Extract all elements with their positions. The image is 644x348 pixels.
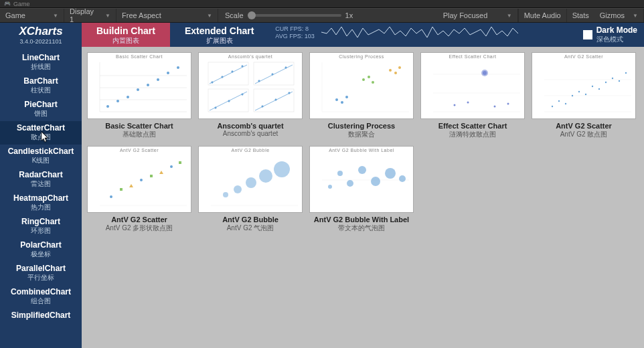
svg-point-67	[619, 80, 620, 82]
chart-card[interactable]: Effect Scatter Chart Effect Scatter Char…	[420, 52, 525, 139]
scale-value: 1x	[345, 11, 353, 19]
card-subtitle: Anscomb's quartet	[198, 130, 303, 137]
chart-card[interactable]: Clustering Process Clustering Process 数据…	[309, 52, 414, 139]
sidebar-item-candlestickchart[interactable]: CandlestickChart K线图	[0, 145, 82, 168]
aspect-dropdown[interactable]: Free Aspect ▼	[116, 9, 218, 22]
chart-card[interactable]: AntV G2 Bubble With Label AntV G2 Bubble…	[309, 146, 414, 233]
card-title: Effect Scatter Chart	[420, 122, 525, 130]
svg-point-11	[167, 72, 169, 74]
dark-mode-label-en: Dark Mode	[596, 25, 637, 35]
sidebar-item-heatmapchart[interactable]: HeatmapChart 热力图	[0, 191, 82, 215]
svg-point-58	[558, 100, 560, 102]
svg-rect-74	[150, 175, 153, 177]
chart-category-sidebar: LineChart 折线图 BarChart 柱状图 PieChart 饼图 S…	[0, 47, 82, 348]
chart-card[interactable]: Basic Scatter Chart Basic Scatter Chart …	[87, 52, 191, 139]
svg-point-5	[106, 105, 109, 108]
card-title: AntV G2 Bubble With Label	[309, 215, 414, 224]
scale-slider[interactable]	[248, 14, 341, 17]
card-subtitle: 基础散点图	[87, 130, 191, 139]
game-dropdown[interactable]: Game ▼	[0, 9, 64, 22]
display-dropdown[interactable]: Display 1 ▼	[64, 9, 116, 22]
svg-point-62	[585, 94, 586, 95]
card-subtitle: AntV G2 散点图	[532, 130, 636, 139]
play-focused-dropdown[interactable]: Play Focused ▼	[438, 9, 518, 22]
svg-point-86	[337, 171, 343, 176]
tab-label-cn: 内置图表	[112, 36, 139, 46]
svg-point-29	[228, 100, 230, 102]
dark-mode-label-cn: 深色模式	[596, 35, 637, 44]
card-title: Clustering Process	[309, 122, 414, 130]
gizmos-dropdown[interactable]: Gizmos ▼	[594, 9, 644, 22]
chart-thumbnail[interactable]: Anscomb's quartet	[198, 52, 303, 119]
sidebar-item-linechart[interactable]: LineChart 折线图	[0, 51, 82, 74]
chart-thumbnail[interactable]: AntV G2 Scatter	[87, 146, 191, 213]
chart-thumbnail[interactable]: Effect Scatter Chart	[420, 52, 525, 119]
sidebar-item-scatterchart[interactable]: ScatterChart 散点图	[0, 121, 82, 145]
svg-point-50	[454, 104, 456, 106]
chart-card[interactable]: Anscomb's quartet Anscomb's quartet Ansc…	[198, 52, 303, 139]
svg-point-8	[137, 88, 139, 91]
sidebar-item-simplifiedchart[interactable]: SimplifiedChart	[0, 309, 82, 323]
svg-point-87	[347, 180, 353, 187]
chart-gallery: Basic Scatter Chart Basic Scatter Chart …	[82, 47, 644, 348]
svg-marker-75	[159, 171, 163, 174]
svg-point-22	[222, 76, 223, 78]
svg-point-66	[612, 78, 613, 79]
sidebar-item-combinedchart[interactable]: CombinedChart 组合图	[0, 285, 82, 309]
sidebar-item-polarchart[interactable]: PolarChart 极坐标	[0, 238, 82, 262]
svg-point-83	[274, 161, 290, 177]
chart-thumbnail[interactable]: AntV G2 Scatter	[532, 52, 636, 119]
svg-point-33	[289, 92, 290, 94]
svg-point-7	[127, 96, 129, 98]
tab-extended-chart[interactable]: Extended Chart 扩展图表	[170, 23, 268, 47]
chevron-down-icon: ▼	[45, 13, 58, 19]
svg-point-26	[272, 74, 273, 75]
chart-type-tabs: Buildin Chart 内置图表 Extended Chart 扩展图表	[82, 23, 268, 47]
svg-point-44	[398, 66, 401, 69]
chart-thumbnail[interactable]: Basic Scatter Chart	[87, 52, 191, 119]
svg-point-41	[372, 81, 374, 84]
chart-thumbnail[interactable]: Clustering Process	[309, 52, 414, 119]
svg-point-64	[598, 88, 600, 90]
svg-point-57	[552, 106, 553, 107]
sidebar-item-piechart[interactable]: PieChart 饼图	[0, 98, 82, 121]
sidebar-item-parallelchart[interactable]: ParallelChart 平行坐标	[0, 262, 82, 285]
brand-name: XCharts	[19, 25, 62, 38]
card-title: AntV G2 Scatter	[87, 215, 191, 224]
game-dropdown-label: Game	[5, 11, 25, 19]
sidebar-item-radarchart[interactable]: RadarChart 雷达图	[0, 168, 82, 191]
chevron-down-icon: ▼	[499, 13, 512, 19]
svg-point-30	[242, 94, 243, 95]
svg-point-23	[232, 71, 233, 72]
mute-audio-button[interactable]: Mute Audio	[518, 9, 566, 22]
svg-point-91	[399, 175, 406, 182]
dark-mode-checkbox[interactable]	[583, 30, 592, 39]
svg-rect-77	[179, 161, 181, 164]
chart-thumbnail[interactable]: AntV G2 Bubble	[198, 146, 303, 213]
svg-point-51	[467, 102, 469, 104]
svg-point-73	[140, 179, 143, 181]
svg-point-12	[177, 66, 179, 69]
svg-point-70	[110, 195, 112, 198]
chart-card[interactable]: AntV G2 Scatter AntV G2 Scatter AntV G2 …	[87, 146, 191, 233]
tab-buildin-chart[interactable]: Buildin Chart 内置图表	[82, 23, 170, 47]
dark-mode-toggle[interactable]: Dark Mode 深色模式	[576, 23, 644, 47]
svg-point-24	[242, 66, 243, 67]
svg-rect-71	[120, 188, 123, 191]
chart-card[interactable]: AntV G2 Bubble AntV G2 Bubble AntV G2 气泡…	[198, 146, 303, 233]
display-dropdown-label: Display 1	[70, 7, 97, 23]
svg-point-81	[246, 177, 256, 188]
chart-thumbnail[interactable]: AntV G2 Bubble With Label	[309, 146, 414, 213]
game-icon: 🎮	[4, 1, 11, 7]
svg-point-9	[147, 84, 149, 86]
stats-button[interactable]: Stats	[566, 9, 594, 22]
chart-card[interactable]: AntV G2 Scatter AntV G2 Scatter AntV G2 …	[532, 52, 636, 139]
tab-label-en: Extended Chart	[185, 25, 254, 36]
card-title: Basic Scatter Chart	[87, 122, 191, 130]
svg-point-53	[507, 103, 509, 105]
scale-slider-handle[interactable]	[248, 11, 256, 19]
svg-line-20	[255, 92, 293, 110]
gizmos-label: Gizmos	[600, 11, 625, 19]
sidebar-item-ringchart[interactable]: RingChart 环形图	[0, 215, 82, 238]
sidebar-item-barchart[interactable]: BarChart 柱状图	[0, 74, 82, 98]
